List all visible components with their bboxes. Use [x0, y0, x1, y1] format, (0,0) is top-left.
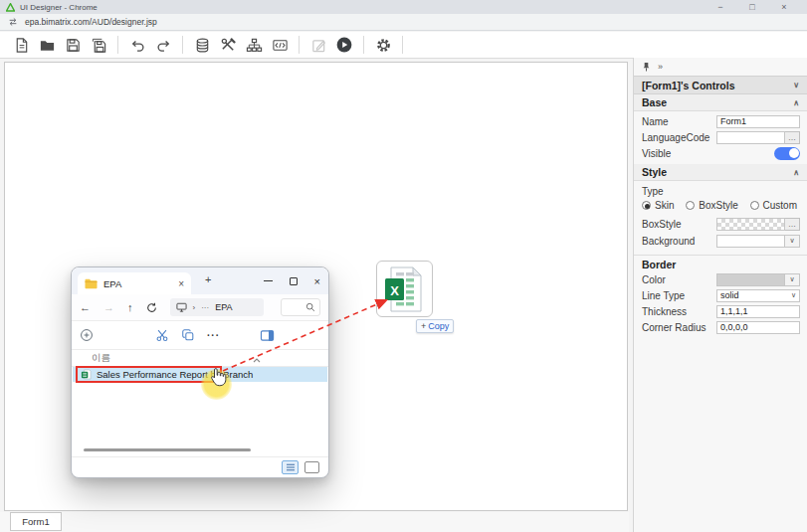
breadcrumb-epa[interactable]: EPA [215, 302, 232, 312]
file-row-selected[interactable]: Sales Performance Report by Branch [73, 367, 327, 382]
edit-icon[interactable] [305, 34, 331, 56]
properties-panel: » [Form1]'s Controls ∨ Base ∧ Name Form1… [633, 58, 807, 532]
new-file-icon[interactable] [8, 34, 34, 56]
border-subsection-title: Border [634, 255, 807, 271]
new-tab-icon[interactable]: + [205, 273, 211, 285]
run-icon[interactable] [331, 34, 357, 56]
section-style[interactable]: Style ∧ [634, 164, 807, 181]
tools-icon[interactable] [215, 34, 241, 56]
explorer-maximize-button[interactable] [290, 277, 298, 285]
excel-file-icon: X [385, 266, 425, 313]
controls-panel-header[interactable]: [Form1]'s Controls ∨ [634, 76, 807, 94]
breadcrumb-ellipsis[interactable]: ··· [201, 303, 209, 312]
section-base[interactable]: Base ∧ [634, 94, 807, 111]
background-label: Background [642, 236, 695, 247]
line-type-select[interactable]: solid ∨ [716, 289, 800, 302]
sort-ascending-icon[interactable] [253, 349, 261, 367]
type-label: Type [642, 186, 664, 197]
file-name-label: Sales Performance Report by Branch [97, 369, 253, 380]
undo-icon[interactable] [124, 34, 150, 56]
up-arrow-icon[interactable]: ↑ [127, 301, 133, 313]
save-as-icon[interactable] [86, 34, 111, 56]
languagecode-label: LanguageCode [642, 132, 709, 143]
row-corner-radius: Corner Radius 0,0,0,0 [634, 319, 807, 335]
explorer-tabstrip: EPA × + × [72, 267, 328, 294]
details-pane-icon[interactable] [260, 329, 275, 342]
explorer-search-box[interactable] [281, 298, 320, 316]
form1-tab-label: Form1 [22, 516, 49, 527]
row-boxstyle: BoxStyle … [634, 216, 807, 233]
back-arrow-icon[interactable]: ← [80, 301, 91, 313]
address-bar[interactable]: › ··· EPA [170, 298, 264, 316]
list-view-toggle-icon[interactable] [282, 460, 299, 474]
languagecode-input[interactable] [716, 131, 785, 144]
visible-toggle[interactable] [774, 147, 800, 160]
more-options-icon[interactable]: ··· [207, 330, 220, 341]
new-item-icon[interactable] [80, 328, 94, 342]
toolbar-separator [117, 36, 118, 54]
corner-radius-label: Corner Radius [642, 322, 706, 333]
name-label: Name [642, 116, 669, 127]
copy-label: Copy [428, 321, 449, 331]
column-name-label[interactable]: 이름 [92, 352, 110, 365]
radio-skin[interactable]: Skin [642, 200, 674, 211]
copy-icon[interactable] [181, 328, 195, 342]
corner-radius-input[interactable]: 0,0,0,0 [716, 321, 800, 334]
boxstyle-swatch[interactable] [716, 218, 785, 231]
folder-icon [85, 278, 98, 289]
explorer-window-controls: × [264, 267, 320, 294]
boxstyle-label: BoxStyle [642, 219, 681, 230]
design-canvas[interactable]: X + Copy EPA × + × ← → [4, 62, 628, 511]
tab-form1[interactable]: Form1 [10, 512, 62, 531]
collapse-panel-icon[interactable]: » [658, 62, 663, 72]
browser-minimize-button[interactable]: − [715, 0, 725, 14]
type-radio-group: Skin BoxStyle Custom [634, 198, 807, 213]
refresh-icon[interactable] [146, 302, 157, 313]
base-section-title: Base [642, 96, 667, 108]
redo-icon[interactable] [150, 34, 176, 56]
background-dropdown-icon[interactable]: ∨ [785, 235, 800, 248]
browser-maximize-button[interactable]: □ [747, 0, 757, 14]
radio-custom[interactable]: Custom [750, 200, 797, 211]
pin-icon[interactable] [642, 62, 651, 72]
chevron-up-icon: ∧ [793, 168, 799, 177]
form-tab-bar: Form1 [0, 512, 629, 532]
panel-icon-bar: » [634, 58, 807, 76]
radio-boxstyle[interactable]: BoxStyle [686, 200, 737, 211]
svg-text:X: X [390, 282, 399, 297]
visible-label: Visible [642, 148, 671, 159]
background-input[interactable] [716, 235, 785, 248]
ellipsis-button[interactable]: … [785, 131, 800, 144]
file-explorer-window[interactable]: EPA × + × ← → ↑ [71, 266, 329, 478]
explorer-tab-epa[interactable]: EPA × [78, 272, 191, 294]
horizontal-scrollbar[interactable] [84, 448, 251, 451]
database-icon[interactable] [189, 34, 215, 56]
content-view-toggle-icon[interactable] [304, 461, 319, 473]
open-folder-icon[interactable] [34, 34, 60, 56]
sitemap-icon[interactable] [241, 34, 267, 56]
browser-close-button[interactable]: × [779, 0, 789, 14]
tab-close-icon[interactable]: × [178, 278, 184, 289]
settings-gear-icon[interactable] [370, 34, 396, 56]
row-background: Background ∨ [634, 233, 807, 249]
forward-arrow-icon[interactable]: → [103, 301, 114, 313]
ellipsis-button[interactable]: … [785, 218, 800, 231]
excel-drop-target[interactable]: X [376, 261, 433, 317]
cut-icon[interactable] [155, 328, 169, 342]
file-list: Sales Performance Report by Branch [72, 367, 328, 456]
explorer-close-button[interactable]: × [314, 276, 320, 286]
explorer-navbar: ← → ↑ › ··· EPA [72, 294, 328, 321]
border-color-swatch[interactable] [716, 273, 785, 286]
explorer-minimize-button[interactable] [264, 280, 273, 281]
name-input[interactable]: Form1 [716, 115, 800, 128]
toolbar-separator [182, 36, 183, 54]
row-thickness: Thickness 1,1,1,1 [634, 303, 807, 319]
code-icon[interactable] [267, 34, 293, 56]
url-bar[interactable]: epa.bimatrix.com/AUD/designer.jsp [0, 14, 807, 31]
border-color-dropdown-icon[interactable]: ∨ [785, 273, 800, 286]
controls-panel-title: [Form1]'s Controls [642, 80, 735, 91]
chevron-down-icon: ∨ [793, 81, 799, 89]
thickness-input[interactable]: 1,1,1,1 [716, 305, 800, 318]
save-icon[interactable] [60, 34, 86, 56]
copy-plus: + [421, 321, 426, 331]
